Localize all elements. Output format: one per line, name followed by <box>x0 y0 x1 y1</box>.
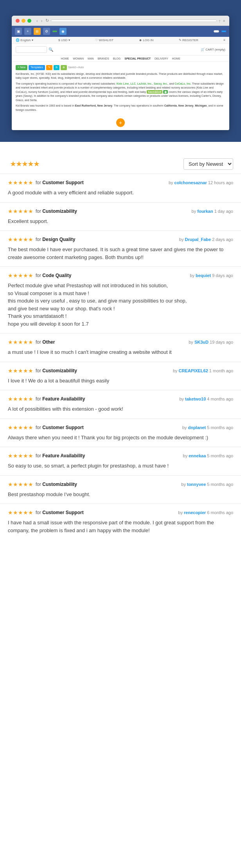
forward-icon[interactable]: › <box>41 18 43 23</box>
settings-icon[interactable]: ⚙ <box>43 28 50 35</box>
browser-titlebar: ‹ › ↻ ↑ + <box>12 16 229 26</box>
review-author[interactable]: taketwo10 <box>185 397 206 401</box>
review-for-text: for Feature Availability <box>36 453 85 458</box>
review-author[interactable]: Drupal_Fabe <box>185 237 211 242</box>
nav-woman[interactable]: WOMAN <box>73 57 84 60</box>
review-header: ★★★★★ for Customer Support by renecopier… <box>8 509 233 516</box>
review-header: ★★★★★ for Customer Support by dnplanet 5… <box>8 424 233 431</box>
review-left: ★★★★★ for Customer Support <box>8 424 84 431</box>
sort-select[interactable]: Sort by NewestSort by OldestSort by Rati… <box>183 158 233 170</box>
backend-editor-button[interactable] <box>214 30 219 33</box>
review-header: ★★★★★ for Other by SK3uD 19 days ago <box>8 339 233 345</box>
review-header: ★★★★★ for Feature Availability by enneka… <box>8 453 233 459</box>
review-card: ★★★★★ for Customer Support by colchonesa… <box>0 174 241 202</box>
menu-icon[interactable]: ≡ <box>223 38 225 42</box>
review-body: I have had a small issue with the respon… <box>8 519 233 534</box>
nav-delivery[interactable]: DELIVERY <box>155 57 168 60</box>
site-search-area: 🔍 <box>16 46 53 53</box>
add-row-area: + <box>12 115 229 130</box>
nav-man[interactable]: MAN <box>88 57 94 60</box>
guides-button[interactable] <box>52 31 57 32</box>
review-card: ★★★★★ for Customer Support by renecopier… <box>0 504 241 540</box>
wishlist-link[interactable]: ♡ WISHLIST <box>95 38 113 42</box>
review-time: 4 months ago <box>207 397 233 401</box>
nav-special[interactable]: SPECIAL PRODUCT <box>124 57 151 60</box>
reviews-count: ★★★★★ <box>8 160 40 168</box>
minimize-btn[interactable] <box>22 19 25 23</box>
site-nav: HOME WOMAN MAN BRANDS BLOG SPECIAL PRODU… <box>12 55 229 62</box>
review-left: ★★★★★ for Code Quality <box>8 272 71 279</box>
review-category: Customer Support <box>42 425 83 430</box>
add-row-button[interactable]: + <box>116 118 125 127</box>
layout-icon[interactable]: ⊞ <box>34 28 41 35</box>
nav-home[interactable]: HOME <box>61 57 69 60</box>
review-author[interactable]: SK3uD <box>194 340 209 344</box>
maximize-btn[interactable] <box>27 19 31 23</box>
review-for-text: for Customizability <box>36 482 77 487</box>
back-icon[interactable]: ‹ <box>36 18 38 23</box>
review-right: by colchonesaznar 12 hours ago <box>169 180 233 185</box>
vc-inline-edit[interactable]: Save&Exit <box>147 90 162 94</box>
add-icon[interactable]: + <box>24 28 31 35</box>
review-card: ★★★★★ for Feature Availability by enneka… <box>0 447 241 475</box>
review-author[interactable]: renecopier <box>184 510 206 515</box>
review-left: ★★★★★ for Other <box>8 339 55 345</box>
review-time: 12 hours ago <box>208 180 233 185</box>
update-button[interactable] <box>221 31 226 32</box>
review-body: Always there when you need it ! Thank yo… <box>8 434 233 442</box>
review-category: Design Quality <box>42 237 75 242</box>
review-body: So easy to use, so smart, a perfect plug… <box>8 462 233 470</box>
review-author[interactable]: dnplanet <box>188 425 206 430</box>
review-right: by taketwo10 4 months ago <box>179 397 233 401</box>
site-cart[interactable]: 🛒 CART (empty) <box>201 48 225 51</box>
review-author[interactable]: colchonesaznar <box>174 180 207 185</box>
nav-brands[interactable]: BRANDS <box>98 57 109 60</box>
review-stars: ★★★★★ <box>8 368 33 374</box>
review-author[interactable]: CREAPIXEL62 <box>179 368 208 373</box>
vc-clone-btn[interactable]: ⧉ <box>54 65 59 70</box>
review-header: ★★★★★ for Customizability by fourkan 1 d… <box>8 208 233 214</box>
vc-inline-btn2[interactable]: ◉ <box>163 90 168 94</box>
currency-selector[interactable]: $ USD ▾ <box>58 38 70 42</box>
nav-home2[interactable]: HOME <box>172 57 180 60</box>
vc-edit-btn[interactable]: ✎ <box>46 65 52 70</box>
review-author[interactable]: tonnyvee <box>187 482 206 487</box>
search-icon[interactable]: 🔍 <box>49 47 53 52</box>
address-bar[interactable] <box>51 20 217 22</box>
review-right: by bequiet 9 days ago <box>190 273 233 278</box>
review-header: ★★★★★ for Code Quality by bequiet 9 days… <box>8 272 233 279</box>
site-search-input[interactable] <box>16 46 47 53</box>
vc-new-btn[interactable]: + New <box>16 65 27 70</box>
refresh-icon[interactable]: ↻ <box>45 18 49 23</box>
review-category: Customer Support <box>42 510 83 515</box>
close-btn[interactable] <box>16 19 20 23</box>
register-link[interactable]: ✎ REGISTER <box>179 38 198 42</box>
vc-content-toolbar: + New Templates ✎ ⧉ ⊕ Saved • Auto <box>16 65 225 70</box>
review-stars: ★★★★★ <box>8 481 33 487</box>
vc-toolbar-bar: ▣ + ⊞ ⚙ ◉ <box>12 26 229 37</box>
add-tab-icon[interactable]: + <box>223 18 225 23</box>
login-link[interactable]: ☻ LOG IN <box>139 38 154 42</box>
vc-move-btn[interactable]: ⊕ <box>61 65 67 70</box>
review-stars: ★★★★★ <box>8 509 33 516</box>
review-right: by dnplanet 5 months ago <box>182 425 233 430</box>
review-stars: ★★★★★ <box>8 339 33 345</box>
language-selector[interactable]: 🌐 English ▾ <box>16 38 33 42</box>
review-for-text: for Customer Support <box>36 510 84 515</box>
vc-template-btn[interactable]: Templates <box>29 65 45 70</box>
nav-blog[interactable]: BLOG <box>113 57 120 60</box>
preview-icon[interactable]: ◉ <box>59 28 67 35</box>
review-category: Feature Availability <box>42 396 85 402</box>
review-time: 5 months ago <box>207 453 233 458</box>
review-body: Perfect module give what Prestashop will… <box>8 282 233 328</box>
review-stars: ★★★★★ <box>8 208 33 214</box>
review-author[interactable]: ennekaa <box>189 453 206 458</box>
review-author[interactable]: fourkan <box>197 209 213 214</box>
review-author[interactable]: bequiet <box>196 273 211 278</box>
review-card: ★★★★★ for Design Quality by Drupal_Fabe … <box>0 230 241 266</box>
browser-window: ‹ › ↻ ↑ + ▣ + ⊞ ⚙ ◉ 🌐 English ▾ $ USD ▾ <box>12 16 229 130</box>
site-topbar: 🌐 English ▾ $ USD ▾ ♡ WISHLIST ☻ LOG IN … <box>12 37 229 44</box>
review-right: by SK3uD 19 days ago <box>189 340 233 344</box>
review-left: ★★★★★ for Feature Availability <box>8 396 85 402</box>
review-header: ★★★★★ for Customizability by tonnyvee 5 … <box>8 481 233 487</box>
